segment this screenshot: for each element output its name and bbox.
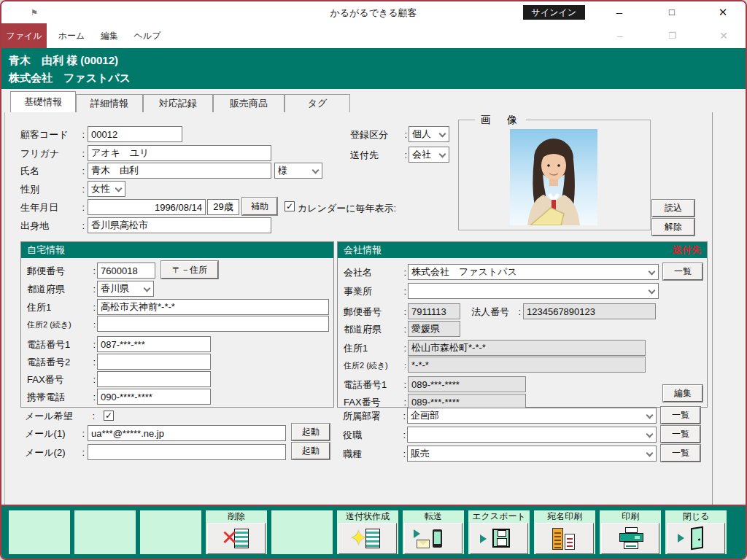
delete-button[interactable]: ✕ — [207, 523, 266, 554]
tab-tags[interactable]: タグ — [285, 94, 350, 112]
office-select[interactable] — [408, 283, 659, 299]
registration-select[interactable]: 個人 — [409, 126, 449, 142]
dept-select[interactable]: 企画部 — [407, 408, 657, 424]
image-clear-button[interactable]: 解除 — [652, 219, 694, 236]
sendto-select[interactable]: 会社 — [409, 147, 449, 163]
mail1-launch-button[interactable]: 起動 — [292, 424, 330, 440]
furigana-input[interactable] — [88, 145, 271, 161]
company-postal-label: 郵便番号 — [344, 304, 406, 320]
tab-basic-info[interactable]: 基礎情報 — [10, 91, 76, 112]
jobtype-select[interactable]: 販売 — [407, 446, 657, 462]
home-addr1-label: 住所1 — [27, 300, 96, 316]
home-mobile-input[interactable] — [97, 389, 211, 405]
birthplace-input[interactable] — [88, 217, 271, 233]
honorific-value: 様 — [278, 165, 287, 176]
office-label: 事業所 — [344, 284, 406, 300]
company-info-title: 会社情報 — [344, 244, 382, 255]
customer-code-input[interactable] — [88, 126, 182, 142]
close-window-button[interactable] — [667, 523, 725, 554]
home-tel2-input[interactable] — [97, 354, 211, 370]
export-button[interactable] — [470, 523, 528, 554]
name-label: 氏名 — [20, 163, 85, 179]
birthplace-label: 出身地 — [20, 218, 85, 234]
print-slot: 印刷 — [600, 510, 661, 554]
age-box: 29歳 — [207, 199, 239, 215]
print-icon — [602, 524, 659, 553]
home-tel1-label: 電話番号1 — [27, 337, 96, 353]
jobtype-list-button[interactable]: 一覧 — [661, 445, 700, 462]
address-print-button[interactable] — [535, 523, 594, 554]
birthdate-input[interactable] — [88, 199, 206, 215]
assist-button[interactable]: 補助 — [242, 198, 277, 215]
home-fax-input[interactable] — [97, 371, 211, 387]
close-button[interactable]: ✕ — [706, 4, 740, 21]
image-load-button[interactable]: 読込 — [652, 200, 694, 217]
maximize-button[interactable]: □ — [655, 4, 689, 21]
chevron-down-icon — [144, 285, 151, 292]
mail2-label: メール(2) — [25, 445, 85, 461]
left-divider — [4, 112, 5, 506]
honorific-select[interactable]: 様 — [274, 163, 322, 179]
company-name-label: 会社名 — [344, 265, 406, 281]
home-tel1-input[interactable] — [97, 336, 211, 352]
forward-button[interactable] — [404, 523, 462, 554]
title-bar: ⚑ かるがるできる顧客 サインイン – □ ✕ — [1, 1, 746, 23]
position-list-button[interactable]: 一覧 — [661, 426, 700, 443]
print-button[interactable] — [601, 523, 659, 554]
company-name-value: 株式会社 ファストパス — [411, 266, 517, 277]
toolbar-slot-empty — [74, 510, 136, 554]
export-slot: エクスポート — [468, 510, 530, 554]
coverletter-button[interactable]: ✦ — [338, 523, 397, 554]
company-name-select[interactable]: 株式会社 ファストパス — [408, 264, 659, 280]
image-groupbox: 画 像 — [458, 120, 651, 230]
home-pref-select[interactable]: 香川県 — [97, 281, 154, 297]
tab-contact-log[interactable]: 対応記録 — [143, 94, 213, 112]
home-postal-input[interactable] — [97, 262, 155, 279]
mail-wish-label: メール希望 — [25, 408, 95, 424]
print-label: 印刷 — [600, 510, 661, 523]
home-fax-label: FAX番号 — [27, 372, 96, 388]
menu-help[interactable]: ヘルプ — [131, 23, 163, 48]
home-pref-value: 香川県 — [101, 283, 129, 294]
close-slot: 閉じる — [665, 510, 727, 554]
address-print-slot: 宛名印刷 — [534, 510, 595, 554]
calendar-checkbox[interactable] — [285, 201, 295, 211]
signin-button[interactable]: サインイン — [523, 5, 585, 20]
coverletter-label: 送付状作成 — [337, 510, 398, 523]
home-info-panel: 自宅情報 郵便番号 〒－住所 都道府県 香川県 住所1 住所2 (続き) 電話番… — [20, 241, 334, 408]
home-mobile-label: 携帯電話 — [27, 389, 96, 405]
address-print-icon — [536, 524, 593, 553]
company-info-panel: 会社情報 送付先 会社名 株式会社 ファストパス 一覧 事業所 郵便番号 法人番… — [337, 241, 708, 408]
furigana-label: フリガナ — [20, 146, 85, 162]
mail2-input[interactable] — [88, 444, 286, 460]
menu-edit[interactable]: 編集 — [95, 23, 124, 48]
minimize-icon-disabled: – — [605, 27, 635, 44]
company-list-button[interactable]: 一覧 — [663, 263, 703, 280]
menu-home[interactable]: ホーム — [54, 23, 89, 48]
close-label: 閉じる — [665, 510, 727, 523]
home-tel2-label: 電話番号2 — [27, 354, 96, 370]
position-select[interactable] — [407, 427, 657, 443]
jobtype-label: 職種 — [343, 446, 406, 462]
menu-file[interactable]: ファイル — [1, 23, 47, 48]
mail1-input[interactable] — [88, 425, 286, 441]
company-name-heading: 株式会社 ファストパス — [9, 69, 738, 87]
postal-to-address-button[interactable]: 〒－住所 — [161, 261, 218, 279]
home-addr1-input[interactable] — [97, 299, 329, 315]
delete-label: 削除 — [206, 510, 267, 523]
dept-list-button[interactable]: 一覧 — [661, 407, 700, 424]
minimize-button[interactable]: – — [603, 4, 636, 21]
birthdate-label: 生年月日 — [20, 200, 85, 216]
jobtype-value: 販売 — [411, 448, 430, 459]
toolbar-slot-empty — [9, 510, 70, 554]
mail-wish-checkbox[interactable] — [104, 411, 114, 421]
tab-detail-info[interactable]: 詳細情報 — [76, 94, 143, 112]
home-addr2-input[interactable] — [97, 316, 329, 332]
tab-sales-items[interactable]: 販売商品 — [213, 94, 285, 112]
mail2-launch-button[interactable]: 起動 — [292, 443, 330, 459]
company-edit-button[interactable]: 編集 — [663, 385, 703, 402]
name-input[interactable] — [88, 163, 271, 179]
gender-select[interactable]: 女性 — [88, 181, 125, 197]
customer-name-heading: 青木 由利 様 (00012) — [9, 52, 738, 69]
company-addr2-input — [408, 357, 646, 373]
